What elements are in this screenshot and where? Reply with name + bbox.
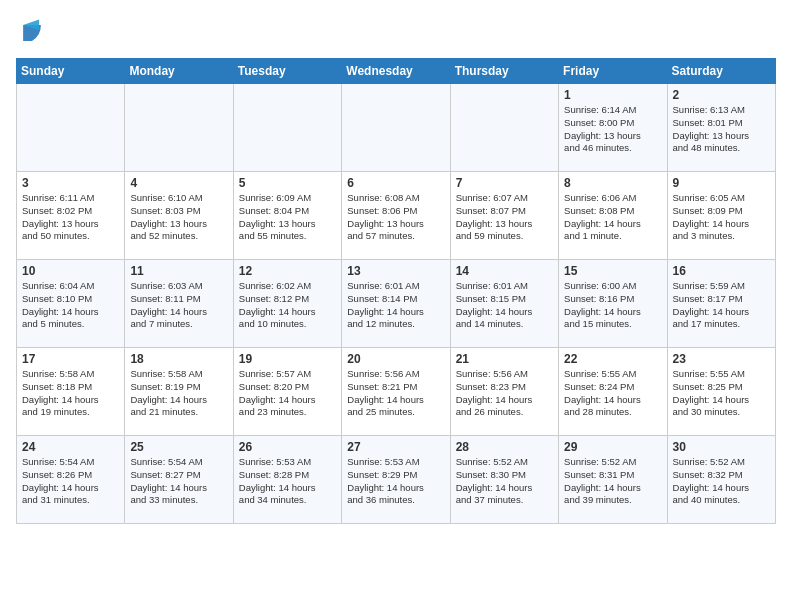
- day-number: 29: [564, 440, 661, 454]
- day-info: Sunrise: 5:56 AM Sunset: 8:21 PM Dayligh…: [347, 368, 444, 419]
- day-info: Sunrise: 6:08 AM Sunset: 8:06 PM Dayligh…: [347, 192, 444, 243]
- day-number: 26: [239, 440, 336, 454]
- calendar-day-cell: 14Sunrise: 6:01 AM Sunset: 8:15 PM Dayli…: [450, 260, 558, 348]
- calendar-day-cell: [125, 84, 233, 172]
- day-number: 23: [673, 352, 770, 366]
- day-number: 9: [673, 176, 770, 190]
- calendar-day-cell: 15Sunrise: 6:00 AM Sunset: 8:16 PM Dayli…: [559, 260, 667, 348]
- calendar-day-cell: 18Sunrise: 5:58 AM Sunset: 8:19 PM Dayli…: [125, 348, 233, 436]
- calendar-day-cell: 17Sunrise: 5:58 AM Sunset: 8:18 PM Dayli…: [17, 348, 125, 436]
- calendar-day-cell: 3Sunrise: 6:11 AM Sunset: 8:02 PM Daylig…: [17, 172, 125, 260]
- day-info: Sunrise: 6:13 AM Sunset: 8:01 PM Dayligh…: [673, 104, 770, 155]
- day-info: Sunrise: 6:01 AM Sunset: 8:14 PM Dayligh…: [347, 280, 444, 331]
- page-header: [16, 16, 776, 48]
- day-number: 3: [22, 176, 119, 190]
- day-number: 12: [239, 264, 336, 278]
- day-info: Sunrise: 5:52 AM Sunset: 8:32 PM Dayligh…: [673, 456, 770, 507]
- calendar-week-row: 17Sunrise: 5:58 AM Sunset: 8:18 PM Dayli…: [17, 348, 776, 436]
- calendar-header: SundayMondayTuesdayWednesdayThursdayFrid…: [17, 59, 776, 84]
- day-number: 11: [130, 264, 227, 278]
- day-number: 8: [564, 176, 661, 190]
- calendar-day-cell: 10Sunrise: 6:04 AM Sunset: 8:10 PM Dayli…: [17, 260, 125, 348]
- day-info: Sunrise: 5:54 AM Sunset: 8:27 PM Dayligh…: [130, 456, 227, 507]
- calendar-week-row: 3Sunrise: 6:11 AM Sunset: 8:02 PM Daylig…: [17, 172, 776, 260]
- day-number: 16: [673, 264, 770, 278]
- logo-icon: [16, 16, 48, 48]
- calendar-day-cell: [17, 84, 125, 172]
- calendar-day-cell: 16Sunrise: 5:59 AM Sunset: 8:17 PM Dayli…: [667, 260, 775, 348]
- day-number: 22: [564, 352, 661, 366]
- day-number: 5: [239, 176, 336, 190]
- calendar-header-day: Sunday: [17, 59, 125, 84]
- calendar-day-cell: 21Sunrise: 5:56 AM Sunset: 8:23 PM Dayli…: [450, 348, 558, 436]
- calendar-header-day: Thursday: [450, 59, 558, 84]
- calendar-day-cell: [450, 84, 558, 172]
- day-info: Sunrise: 6:11 AM Sunset: 8:02 PM Dayligh…: [22, 192, 119, 243]
- day-info: Sunrise: 5:55 AM Sunset: 8:25 PM Dayligh…: [673, 368, 770, 419]
- day-number: 21: [456, 352, 553, 366]
- calendar-day-cell: 20Sunrise: 5:56 AM Sunset: 8:21 PM Dayli…: [342, 348, 450, 436]
- day-number: 6: [347, 176, 444, 190]
- calendar-day-cell: 19Sunrise: 5:57 AM Sunset: 8:20 PM Dayli…: [233, 348, 341, 436]
- day-number: 15: [564, 264, 661, 278]
- day-info: Sunrise: 6:14 AM Sunset: 8:00 PM Dayligh…: [564, 104, 661, 155]
- day-number: 27: [347, 440, 444, 454]
- calendar-day-cell: 30Sunrise: 5:52 AM Sunset: 8:32 PM Dayli…: [667, 436, 775, 524]
- day-info: Sunrise: 5:54 AM Sunset: 8:26 PM Dayligh…: [22, 456, 119, 507]
- day-number: 19: [239, 352, 336, 366]
- calendar-day-cell: 27Sunrise: 5:53 AM Sunset: 8:29 PM Dayli…: [342, 436, 450, 524]
- day-info: Sunrise: 5:58 AM Sunset: 8:19 PM Dayligh…: [130, 368, 227, 419]
- day-info: Sunrise: 6:05 AM Sunset: 8:09 PM Dayligh…: [673, 192, 770, 243]
- calendar-day-cell: 23Sunrise: 5:55 AM Sunset: 8:25 PM Dayli…: [667, 348, 775, 436]
- day-number: 25: [130, 440, 227, 454]
- day-info: Sunrise: 5:52 AM Sunset: 8:30 PM Dayligh…: [456, 456, 553, 507]
- day-number: 2: [673, 88, 770, 102]
- calendar-day-cell: 7Sunrise: 6:07 AM Sunset: 8:07 PM Daylig…: [450, 172, 558, 260]
- calendar-day-cell: 11Sunrise: 6:03 AM Sunset: 8:11 PM Dayli…: [125, 260, 233, 348]
- day-info: Sunrise: 5:55 AM Sunset: 8:24 PM Dayligh…: [564, 368, 661, 419]
- day-info: Sunrise: 5:53 AM Sunset: 8:29 PM Dayligh…: [347, 456, 444, 507]
- calendar-day-cell: 25Sunrise: 5:54 AM Sunset: 8:27 PM Dayli…: [125, 436, 233, 524]
- day-info: Sunrise: 5:58 AM Sunset: 8:18 PM Dayligh…: [22, 368, 119, 419]
- day-number: 13: [347, 264, 444, 278]
- day-number: 28: [456, 440, 553, 454]
- calendar-day-cell: 26Sunrise: 5:53 AM Sunset: 8:28 PM Dayli…: [233, 436, 341, 524]
- calendar-day-cell: 2Sunrise: 6:13 AM Sunset: 8:01 PM Daylig…: [667, 84, 775, 172]
- day-info: Sunrise: 5:56 AM Sunset: 8:23 PM Dayligh…: [456, 368, 553, 419]
- calendar-day-cell: 28Sunrise: 5:52 AM Sunset: 8:30 PM Dayli…: [450, 436, 558, 524]
- day-info: Sunrise: 5:53 AM Sunset: 8:28 PM Dayligh…: [239, 456, 336, 507]
- calendar-week-row: 1Sunrise: 6:14 AM Sunset: 8:00 PM Daylig…: [17, 84, 776, 172]
- calendar-header-day: Monday: [125, 59, 233, 84]
- calendar-day-cell: 4Sunrise: 6:10 AM Sunset: 8:03 PM Daylig…: [125, 172, 233, 260]
- day-number: 20: [347, 352, 444, 366]
- day-number: 24: [22, 440, 119, 454]
- day-info: Sunrise: 6:02 AM Sunset: 8:12 PM Dayligh…: [239, 280, 336, 331]
- calendar-day-cell: 29Sunrise: 5:52 AM Sunset: 8:31 PM Dayli…: [559, 436, 667, 524]
- day-number: 30: [673, 440, 770, 454]
- calendar-day-cell: 12Sunrise: 6:02 AM Sunset: 8:12 PM Dayli…: [233, 260, 341, 348]
- day-info: Sunrise: 6:10 AM Sunset: 8:03 PM Dayligh…: [130, 192, 227, 243]
- day-info: Sunrise: 6:04 AM Sunset: 8:10 PM Dayligh…: [22, 280, 119, 331]
- calendar-header-day: Friday: [559, 59, 667, 84]
- calendar-header-day: Tuesday: [233, 59, 341, 84]
- day-number: 1: [564, 88, 661, 102]
- day-number: 7: [456, 176, 553, 190]
- day-info: Sunrise: 6:03 AM Sunset: 8:11 PM Dayligh…: [130, 280, 227, 331]
- day-info: Sunrise: 6:06 AM Sunset: 8:08 PM Dayligh…: [564, 192, 661, 243]
- calendar-day-cell: 22Sunrise: 5:55 AM Sunset: 8:24 PM Dayli…: [559, 348, 667, 436]
- day-info: Sunrise: 6:09 AM Sunset: 8:04 PM Dayligh…: [239, 192, 336, 243]
- calendar-day-cell: [233, 84, 341, 172]
- calendar-day-cell: 13Sunrise: 6:01 AM Sunset: 8:14 PM Dayli…: [342, 260, 450, 348]
- calendar-week-row: 10Sunrise: 6:04 AM Sunset: 8:10 PM Dayli…: [17, 260, 776, 348]
- day-info: Sunrise: 6:07 AM Sunset: 8:07 PM Dayligh…: [456, 192, 553, 243]
- calendar-header-row: SundayMondayTuesdayWednesdayThursdayFrid…: [17, 59, 776, 84]
- day-info: Sunrise: 6:00 AM Sunset: 8:16 PM Dayligh…: [564, 280, 661, 331]
- day-info: Sunrise: 6:01 AM Sunset: 8:15 PM Dayligh…: [456, 280, 553, 331]
- calendar-day-cell: 1Sunrise: 6:14 AM Sunset: 8:00 PM Daylig…: [559, 84, 667, 172]
- calendar-day-cell: 24Sunrise: 5:54 AM Sunset: 8:26 PM Dayli…: [17, 436, 125, 524]
- day-number: 14: [456, 264, 553, 278]
- calendar-table: SundayMondayTuesdayWednesdayThursdayFrid…: [16, 58, 776, 524]
- calendar-header-day: Saturday: [667, 59, 775, 84]
- day-number: 10: [22, 264, 119, 278]
- calendar-day-cell: 9Sunrise: 6:05 AM Sunset: 8:09 PM Daylig…: [667, 172, 775, 260]
